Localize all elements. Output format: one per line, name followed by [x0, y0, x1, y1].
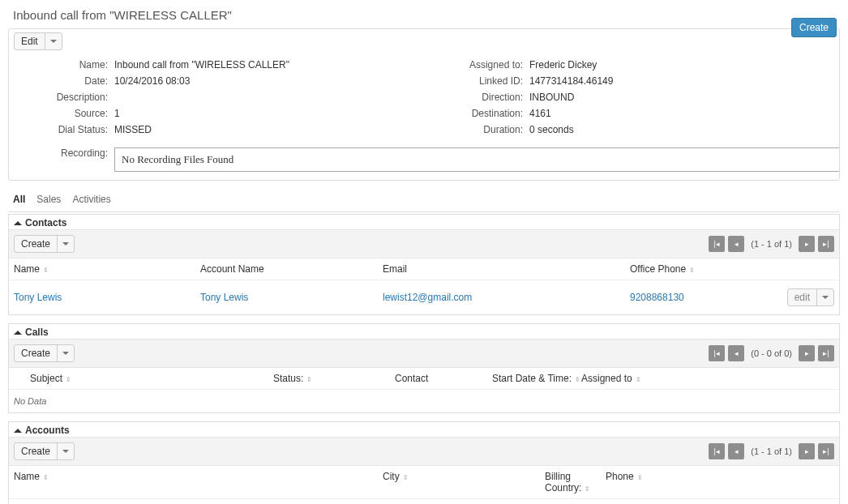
col-email: Email: [383, 263, 630, 275]
pager-first-button[interactable]: |◂: [709, 236, 725, 252]
col-subject[interactable]: Subject⇕: [30, 373, 273, 384]
col-start-date[interactable]: Start Date & Time:⇕: [492, 373, 581, 384]
page-title: Inbound call from "WIRELESS CALLER": [13, 8, 840, 22]
accounts-create-button[interactable]: Create: [14, 442, 75, 460]
label-direction: Direction:: [424, 92, 529, 103]
caret-down-icon: [50, 40, 57, 43]
panel-title-accounts: Accounts: [25, 425, 70, 436]
panel-title-calls: Calls: [25, 327, 49, 338]
col-name[interactable]: Name⇕: [14, 471, 383, 493]
contact-phone-link[interactable]: 9208868130: [630, 292, 787, 303]
pager-next-button[interactable]: ▸: [799, 345, 815, 361]
calls-create-button[interactable]: Create: [14, 344, 75, 362]
panel-contacts: Contacts Create |◂ ◂ (1 - 1 of 1) ▸ ▸| N…: [8, 214, 840, 315]
chevron-up-icon: [14, 331, 22, 335]
table-row: Tony Lewis Neenah United States edit: [9, 499, 839, 504]
col-assigned-to[interactable]: Assigned to⇕: [581, 373, 834, 384]
sort-icon: ⇕: [636, 376, 641, 383]
calls-pager: |◂ ◂ (0 - 0 of 0) ▸ ▸|: [709, 345, 834, 361]
label-assigned-to: Assigned to:: [424, 59, 529, 70]
pager-prev-button[interactable]: ◂: [728, 345, 744, 361]
contacts-create-label[interactable]: Create: [15, 236, 57, 252]
label-source: Source:: [9, 108, 114, 119]
value-assigned-to: Frederic Dickey: [529, 59, 597, 70]
sort-icon: ⇕: [403, 474, 409, 481]
panel-accounts: Accounts Create |◂ ◂ (1 - 1 of 1) ▸ ▸| N…: [8, 421, 840, 504]
contact-name-link[interactable]: Tony Lewis: [14, 292, 200, 303]
value-destination: 4161: [529, 108, 551, 119]
tabs: All Sales Activities: [8, 189, 840, 212]
pager-count: (1 - 1 of 1): [747, 446, 795, 456]
pager-prev-button[interactable]: ◂: [728, 443, 744, 459]
edit-button[interactable]: Edit: [14, 32, 62, 50]
col-phone[interactable]: Phone⇕: [606, 471, 794, 493]
value-duration: 0 seconds: [529, 124, 574, 135]
caret-down-icon: [62, 450, 69, 453]
col-account: Account Name: [200, 263, 383, 275]
panel-header-contacts[interactable]: Contacts: [9, 215, 839, 229]
tab-all[interactable]: All: [13, 194, 25, 207]
contact-account-link[interactable]: Tony Lewis: [200, 292, 383, 303]
create-button[interactable]: Create: [791, 18, 837, 37]
col-billing-country[interactable]: Billing Country:⇕: [545, 471, 606, 493]
col-city[interactable]: City⇕: [383, 471, 545, 493]
tab-sales[interactable]: Sales: [36, 194, 61, 207]
pager-prev-button[interactable]: ◂: [728, 236, 744, 252]
row-edit-label[interactable]: edit: [788, 289, 816, 305]
col-name[interactable]: Name⇕: [14, 263, 200, 275]
pager-first-button[interactable]: |◂: [709, 345, 725, 361]
label-linked-id: Linked ID:: [424, 75, 529, 87]
edit-button-caret[interactable]: [45, 33, 62, 49]
contacts-create-caret[interactable]: [57, 236, 74, 252]
chevron-up-icon: [14, 429, 22, 433]
calls-create-label[interactable]: Create: [15, 345, 57, 361]
sort-icon: ⇕: [43, 474, 49, 481]
calls-create-caret[interactable]: [57, 345, 74, 361]
pager-next-button[interactable]: ▸: [799, 236, 815, 252]
pager-first-button[interactable]: |◂: [709, 443, 725, 459]
sort-icon: ⇕: [637, 474, 643, 481]
sort-icon: ⇕: [306, 376, 312, 383]
table-row: Tony Lewis Tony Lewis lewist12@gmail.com…: [9, 280, 839, 314]
no-data-message: No Data: [9, 390, 839, 412]
pager-count: (0 - 0 of 0): [747, 348, 795, 358]
value-direction: INBOUND: [529, 92, 574, 103]
panel-title-contacts: Contacts: [25, 217, 66, 229]
caret-down-icon: [822, 296, 829, 299]
edit-button-label[interactable]: Edit: [15, 33, 45, 49]
pager-last-button[interactable]: ▸|: [818, 345, 834, 361]
value-date: 10/24/2016 08:03: [114, 75, 190, 87]
row-edit-button[interactable]: edit: [787, 288, 834, 306]
accounts-create-caret[interactable]: [57, 443, 74, 459]
label-date: Date:: [9, 75, 114, 87]
col-status[interactable]: Status:⇕: [273, 373, 395, 384]
label-recording: Recording:: [9, 147, 114, 159]
sort-icon: ⇕: [66, 376, 71, 383]
contacts-create-button[interactable]: Create: [14, 235, 75, 253]
sort-icon: ⇕: [585, 485, 590, 493]
recording-box: No Recording Files Found: [114, 147, 839, 172]
label-destination: Destination:: [424, 108, 529, 119]
row-edit-caret[interactable]: [816, 289, 833, 305]
chevron-up-icon: [14, 221, 22, 225]
value-name: Inbound call from "WIRELESS CALLER": [114, 59, 289, 70]
label-duration: Duration:: [424, 124, 529, 135]
panel-header-accounts[interactable]: Accounts: [9, 422, 839, 437]
value-source: 1: [114, 108, 120, 119]
pager-next-button[interactable]: ▸: [799, 443, 815, 459]
value-dial-status: MISSED: [114, 124, 152, 135]
label-dial-status: Dial Status:: [9, 124, 114, 135]
contact-email-link[interactable]: lewist12@gmail.com: [383, 292, 630, 303]
col-office-phone[interactable]: Office Phone⇕: [630, 263, 794, 275]
panel-header-calls[interactable]: Calls: [9, 324, 839, 339]
sort-icon: ⇕: [575, 376, 580, 383]
sort-icon: ⇕: [689, 267, 695, 274]
label-name: Name:: [9, 59, 114, 70]
caret-down-icon: [62, 242, 69, 246]
accounts-create-label[interactable]: Create: [15, 443, 57, 459]
sort-icon: ⇕: [43, 267, 49, 274]
pager-last-button[interactable]: ▸|: [818, 236, 834, 252]
pager-last-button[interactable]: ▸|: [818, 443, 834, 459]
caret-down-icon: [62, 352, 69, 355]
tab-activities[interactable]: Activities: [72, 194, 110, 207]
